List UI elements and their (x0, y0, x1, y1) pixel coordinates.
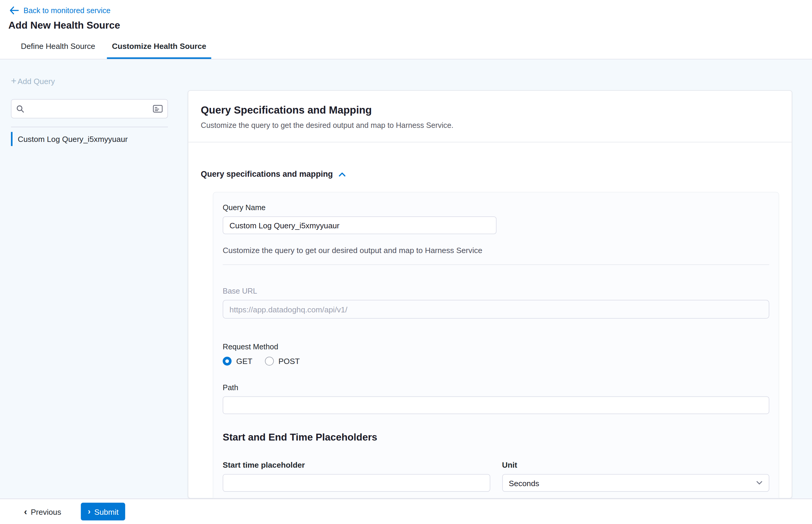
submit-button-label: Submit (94, 507, 119, 516)
page-header: Back to monitored service Add New Health… (0, 0, 812, 59)
request-method-label: Request Method (223, 343, 769, 351)
query-search-input[interactable] (28, 104, 150, 113)
tab-customize-health-source[interactable]: Customize Health Source (107, 36, 211, 59)
submit-button[interactable]: › Submit (81, 503, 126, 520)
unit-label: Unit (502, 460, 769, 470)
add-query-button[interactable]: + Add Query (11, 76, 188, 85)
tab-define-health-source[interactable]: Define Health Source (16, 36, 100, 59)
back-to-monitored-service-link[interactable]: Back to monitored service (9, 5, 812, 14)
card-title: Query Specifications and Mapping (201, 104, 779, 116)
health-source-tabs: Define Health Source Customize Health So… (16, 36, 812, 59)
chevron-down-icon (756, 481, 763, 485)
back-arrow-icon (9, 6, 18, 15)
unit-select[interactable]: Seconds (502, 474, 769, 492)
start-time-column: Start time placeholder (223, 460, 490, 492)
query-sidebar: + Add Query (0, 59, 188, 498)
radio-get-label: GET (237, 357, 253, 366)
add-query-label: Add Query (18, 76, 55, 85)
request-method-post-radio[interactable]: POST (265, 357, 300, 366)
query-name-label: Query Name (223, 203, 769, 212)
previous-button[interactable]: ‹ Previous (24, 507, 61, 516)
request-method-get-radio[interactable]: GET (223, 357, 252, 366)
time-placeholder-row: Start time placeholder Unit Seconds (223, 460, 769, 492)
list-view-icon[interactable] (153, 105, 163, 113)
query-spec-form: Query Name Customize the query to get ou… (213, 192, 779, 499)
card-body: Query specifications and mapping Query N… (189, 143, 792, 498)
add-health-source-page: Back to monitored service Add New Health… (0, 0, 812, 524)
radio-post-label: POST (278, 357, 299, 366)
path-label: Path (223, 383, 769, 392)
selected-indicator-bar (11, 132, 13, 146)
unit-select-value: Seconds (509, 478, 539, 487)
query-name-input[interactable] (223, 216, 497, 234)
back-link-label: Back to monitored service (23, 6, 111, 15)
wizard-footer: ‹ Previous › Submit (0, 499, 812, 524)
start-time-input[interactable] (223, 474, 490, 492)
card-subtitle: Customize the query to get the desired o… (201, 121, 779, 129)
chevron-right-icon: › (88, 507, 91, 515)
base-url-label: Base URL (223, 287, 769, 295)
main-area: + Add Query (0, 59, 812, 498)
radio-selected-icon (223, 357, 232, 366)
search-icon (16, 104, 25, 113)
chevron-left-icon: ‹ (24, 507, 27, 516)
query-search-box (11, 99, 168, 118)
query-item-label: Custom Log Query_i5xmyyuaur (18, 134, 128, 143)
start-time-label: Start time placeholder (223, 460, 490, 470)
form-divider (223, 264, 769, 265)
query-name-help-text: Customize the query to get our desired o… (223, 246, 769, 255)
request-method-radio-group: GET POST (223, 357, 769, 366)
chevron-up-icon[interactable] (339, 172, 346, 177)
content-area: Query Specifications and Mapping Customi… (188, 59, 812, 498)
previous-button-label: Previous (31, 507, 61, 516)
query-list-item-selected[interactable]: Custom Log Query_i5xmyyuaur (11, 132, 168, 146)
time-placeholders-heading: Start and End Time Placeholders (223, 432, 769, 443)
page-title: Add New Health Source (9, 20, 812, 31)
section-header-label: Query specifications and mapping (201, 169, 333, 179)
card-header: Query Specifications and Mapping Customi… (189, 91, 792, 142)
base-url-input[interactable] (223, 300, 769, 318)
query-spec-section-header: Query specifications and mapping (201, 169, 779, 179)
path-input[interactable] (223, 396, 769, 414)
plus-icon: + (11, 76, 16, 85)
query-spec-card: Query Specifications and Mapping Customi… (188, 90, 792, 499)
query-list: Custom Log Query_i5xmyyuaur (11, 127, 168, 146)
unit-column: Unit Seconds (502, 460, 769, 492)
radio-unselected-icon (265, 357, 274, 366)
